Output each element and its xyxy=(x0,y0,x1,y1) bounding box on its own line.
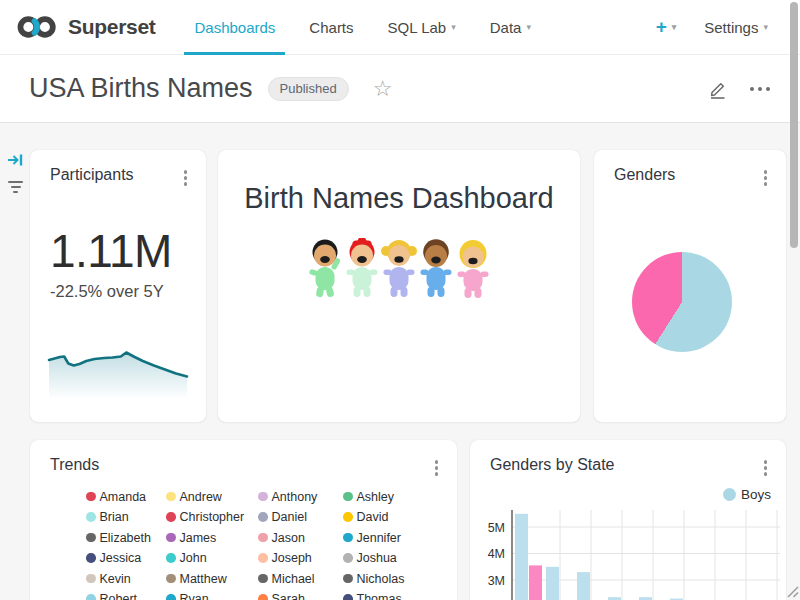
nav-item-data[interactable]: Data ▾ xyxy=(473,0,548,55)
legend-color-dot xyxy=(258,492,268,502)
legend-label: Jessica xyxy=(100,551,142,565)
legend-item-kevin[interactable]: Kevin xyxy=(86,572,166,585)
kebab-menu-icon[interactable] xyxy=(759,166,773,190)
legend-item-sarah[interactable]: Sarah xyxy=(258,593,343,600)
superset-brand[interactable]: Superset xyxy=(14,14,155,40)
genders-by-state-card-title: Genders by State xyxy=(490,456,615,474)
five-children-illustration xyxy=(307,238,491,300)
published-badge[interactable]: Published xyxy=(268,77,349,101)
filters-icon[interactable] xyxy=(8,181,23,193)
participants-subheader: -22.5% over 5Y xyxy=(50,282,164,301)
brand-name: Superset xyxy=(68,15,155,39)
legend-item-jennifer[interactable]: Jennifer xyxy=(343,531,443,544)
legend-color-dot xyxy=(343,574,353,584)
legend-color-dot xyxy=(166,492,176,502)
legend-color-dot xyxy=(86,492,96,502)
legend-item-michael[interactable]: Michael xyxy=(258,572,343,585)
svg-text:3M: 3M xyxy=(488,574,505,588)
legend-label: Ashley xyxy=(357,490,395,504)
legend-item-andrew[interactable]: Andrew xyxy=(166,490,258,503)
legend-color-dot xyxy=(166,553,176,563)
nav-item-charts[interactable]: Charts xyxy=(292,0,370,55)
legend-item-matthew[interactable]: Matthew xyxy=(166,572,258,585)
participants-card: Participants 1.11M -22.5% over 5Y xyxy=(30,150,206,422)
legend-color-dot xyxy=(86,574,96,584)
legend-color-dot xyxy=(343,512,353,522)
trends-legend: AmandaAndrewAnthonyAshleyBrianChristophe… xyxy=(86,490,443,600)
legend-color-dot xyxy=(86,553,96,563)
legend-label: Jason xyxy=(272,531,305,545)
legend-color-dot xyxy=(86,594,96,600)
dashboard-title-bar: USA Births Names Published ☆ xyxy=(0,55,800,123)
more-actions-icon[interactable] xyxy=(746,83,774,95)
genders-card-title: Genders xyxy=(614,166,675,184)
legend-label: Kevin xyxy=(100,572,131,586)
legend-item-christopher[interactable]: Christopher xyxy=(166,511,258,524)
trends-card-title: Trends xyxy=(50,456,99,474)
legend-color-dot xyxy=(166,594,176,600)
legend-label: Amanda xyxy=(100,490,147,504)
legend-item-john[interactable]: John xyxy=(166,552,258,565)
genders-card: Genders xyxy=(594,150,786,422)
legend-label: Elizabeth xyxy=(100,531,151,545)
caret-down-icon: ▾ xyxy=(451,23,456,32)
legend-item-joshua[interactable]: Joshua xyxy=(343,552,443,565)
legend-color-dot xyxy=(166,533,176,543)
legend-label: Robert xyxy=(100,592,138,600)
legend-item-jessica[interactable]: Jessica xyxy=(86,552,166,565)
legend-color-dot xyxy=(166,574,176,584)
legend-item-brian[interactable]: Brian xyxy=(86,511,166,524)
legend-item-david[interactable]: David xyxy=(343,511,443,524)
legend-label: James xyxy=(180,531,217,545)
legend-item-jason[interactable]: Jason xyxy=(258,531,343,544)
resize-handle-icon[interactable] xyxy=(786,585,799,598)
expand-filter-bar-icon[interactable] xyxy=(7,152,24,172)
nav-item-sql-lab[interactable]: SQL Lab ▾ xyxy=(371,0,473,55)
genders-by-state-card: Genders by State Boys 5M4M3M xyxy=(470,440,786,600)
legend-color-dot xyxy=(258,553,268,563)
caret-down-icon: ▾ xyxy=(672,23,677,32)
legend-item-thomas[interactable]: Thomas xyxy=(343,593,443,600)
legend-color-dot xyxy=(343,533,353,543)
legend-item-amanda[interactable]: Amanda xyxy=(86,490,166,503)
legend-item-ryan[interactable]: Ryan xyxy=(166,593,258,600)
legend-color-dot xyxy=(258,594,268,600)
edit-pencil-icon[interactable] xyxy=(708,79,728,99)
genders-pie-chart xyxy=(632,252,732,352)
kebab-menu-icon[interactable] xyxy=(759,456,773,480)
legend-item-joseph[interactable]: Joseph xyxy=(258,552,343,565)
svg-text:5M: 5M xyxy=(488,521,505,535)
legend-color-dot xyxy=(86,512,96,522)
dashboard-grid: Participants 1.11M -22.5% over 5Y Birth … xyxy=(0,123,800,600)
legend-item-james[interactable]: James xyxy=(166,531,258,544)
new-item-button[interactable]: + ▾ xyxy=(656,16,677,38)
legend-label: Thomas xyxy=(357,592,402,600)
legend-item-nicholas[interactable]: Nicholas xyxy=(343,572,443,585)
top-nav: Superset Dashboards Charts SQL Lab ▾ Dat… xyxy=(0,0,800,55)
legend-color-dot xyxy=(258,574,268,584)
legend-item-robert[interactable]: Robert xyxy=(86,593,166,600)
nav-item-dashboards[interactable]: Dashboards xyxy=(177,0,292,55)
legend-label: Sarah xyxy=(272,592,305,600)
legend-label: David xyxy=(357,510,389,524)
legend-color-dot xyxy=(86,533,96,543)
legend-item-elizabeth[interactable]: Elizabeth xyxy=(86,531,166,544)
legend-color-dot xyxy=(166,512,176,522)
legend-item-anthony[interactable]: Anthony xyxy=(258,490,343,503)
kebab-menu-icon[interactable] xyxy=(179,166,193,190)
participants-big-number: 1.11M xyxy=(50,224,172,278)
settings-menu[interactable]: Settings ▾ xyxy=(704,19,768,36)
legend-label: Ryan xyxy=(180,592,209,600)
header-markdown-card: Birth Names Dashboard xyxy=(218,150,580,422)
favorite-star-icon[interactable]: ☆ xyxy=(373,78,393,100)
kebab-menu-icon[interactable] xyxy=(430,456,444,480)
svg-text:4M: 4M xyxy=(488,547,505,561)
legend-item-daniel[interactable]: Daniel xyxy=(258,511,343,524)
superset-logo-icon xyxy=(14,14,60,40)
page-title: USA Births Names xyxy=(29,73,253,104)
legend-label: Andrew xyxy=(180,490,222,504)
page-scrollbar-thumb[interactable] xyxy=(790,2,798,248)
legend-label: Anthony xyxy=(272,490,318,504)
legend-item-ashley[interactable]: Ashley xyxy=(343,490,443,503)
legend-label: John xyxy=(180,551,207,565)
